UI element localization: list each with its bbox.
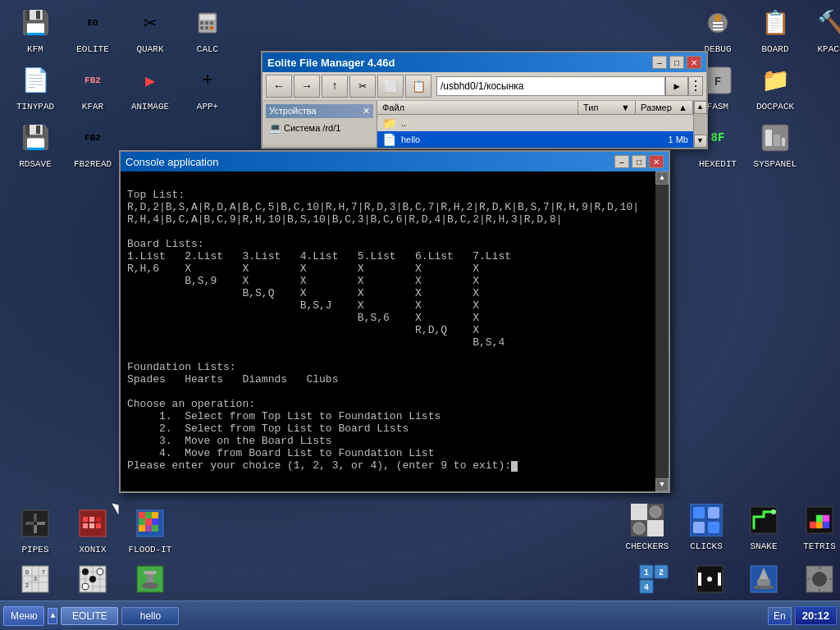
fm-scrollbar: ▲ ▼ [693,101,706,148]
svg-rect-30 [96,523,101,528]
pong-icon [690,559,729,599]
fm-col-size[interactable]: Размер ▲ [636,101,693,114]
taskbar-arrow-btn[interactable]: ▲ [48,608,57,624]
fm-scroll-up-btn[interactable]: ▲ [694,101,707,114]
console-foundation-label: Foundation Lists: [127,361,236,373]
icon-board-label: BOARD [761,44,788,54]
icon-checkers[interactable]: CHECKERS [619,500,676,551]
svg-point-82 [142,582,158,589]
fm-col-size-sort-icon: ▲ [678,103,687,112]
console-content[interactable]: Top List: R,D,2|B,S,A|R,D,A|B,C,5|B,C,10… [121,171,655,491]
console-scrollbar: ▲ ▼ [655,171,669,491]
fm-file-icon: 📄 [382,133,396,146]
console-operation-label: Choose an operation: [127,398,255,410]
console-minimize-btn[interactable]: – [614,155,629,168]
svg-text:F: F [714,75,721,89]
fm-col-type[interactable]: Тип ▼ [578,101,636,114]
fm-file-row-parent[interactable]: 📁 .. [377,115,693,131]
console-close-btn[interactable]: ✕ [649,155,664,168]
console-maximize-btn[interactable]: □ [632,155,646,168]
fm-file-name: .. [401,118,567,128]
fm-close-btn[interactable]: ✕ [687,56,701,69]
icon-animage[interactable]: ▶ ANIMAGE [121,61,179,112]
fm-col-file[interactable]: Файл [377,101,578,114]
console-cursor [511,461,518,472]
fm-paste-btn[interactable]: 📋 [405,75,431,98]
svg-rect-92 [718,573,721,586]
fm-cut-btn[interactable]: ✂ [349,75,376,98]
icon-kfar-label: KFAR [82,102,103,112]
taskbar-item-hello[interactable]: hello [121,607,179,625]
fm-back-btn[interactable]: ← [266,75,292,98]
svg-rect-39 [145,525,152,532]
icon-syspanel[interactable]: SYSPANEL [746,118,804,169]
svg-rect-3 [205,21,208,25]
console-scroll-track[interactable] [655,185,669,478]
icon-tetris[interactable]: TETRIS [791,500,840,551]
icon-quark-label: QUARK [136,44,163,54]
fm-scroll-track[interactable] [694,114,707,135]
taskbar-language[interactable]: En [768,607,792,625]
kfm-icon: 💾 [16,3,55,43]
icon-eolite[interactable]: EO EOLITE [64,3,121,54]
icon-kfar[interactable]: FB2 KFAR [64,61,121,112]
console-op4: 4. Move from Board List to Foundation Li… [127,447,434,459]
svg-rect-1 [200,15,215,20]
fm-path-menu-btn[interactable]: ⋮ [688,76,703,96]
fm-file-row-hello[interactable]: 📄 hello 1 Mb [377,131,693,148]
icon-calc[interactable]: CALC [179,3,236,54]
fm-file-folder-icon: 📁 [382,116,396,130]
icon-snake[interactable]: SNAKE [735,500,792,551]
svg-rect-5 [200,26,203,30]
file-manager-window: Eolite File Manager 4.46d – □ ✕ ← → ↑ ✂ … [261,51,708,149]
fm-path-input[interactable] [436,76,665,96]
console-board-row1: R,H,6 X X X X X X [127,262,479,275]
fm-sidebar-item[interactable]: 💻 Система /rd/1 [266,121,373,135]
svg-point-99 [812,572,827,587]
icon-tinypad[interactable]: 📄 TINYPAD [7,61,64,112]
icon-fb2read[interactable]: FB2 FB2READ [64,118,121,169]
console-prompt: Please enter your choice (1, 2, 3, or 4)… [127,459,518,472]
icon-snake-label: SNAKE [750,541,777,551]
fm-path-bar: ▶ ⋮ [436,76,703,96]
icon-quark[interactable]: ✂ QUARK [121,3,179,54]
fm-copy-btn[interactable]: ⬜ [377,75,404,98]
icon-appplus[interactable]: + APP+ [179,61,236,112]
svg-text:4: 4 [644,583,649,592]
icon-rosave[interactable]: 💾 RDSAVE [7,118,64,169]
icon-floodit-label: FLOOD-IT [129,545,172,555]
fm-scroll-down-btn[interactable]: ▼ [694,135,707,148]
taskbar-item-eolite[interactable]: EOLITE [61,607,118,625]
svg-rect-2 [200,21,203,25]
taskbar-start-button[interactable]: Меню [3,606,44,626]
icon-kfm[interactable]: 💾 KFM [7,3,64,54]
console-board-row7: B,S,4 [127,336,504,349]
fm-maximize-btn[interactable]: □ [669,56,684,69]
svg-rect-4 [210,21,213,25]
seawar-icon [744,559,783,599]
console-scroll-down-btn[interactable]: ▼ [655,478,669,491]
svg-rect-7 [210,26,213,30]
icon-docpack[interactable]: 📁 DOCPACK [746,61,804,112]
console-op2: 2. Select from Top List to Board Lists [127,422,409,435]
tetris-icon [800,500,839,540]
fm-file-list: 📁 .. 📄 hello 1 Mb [377,115,693,148]
icon-debug[interactable]: DEBUG [689,3,746,54]
icon-floodit[interactable]: FLOOD-IT [121,504,179,555]
svg-text:1: 1 [644,568,649,578]
fm-minimize-btn[interactable]: – [652,56,667,69]
fm-up-btn[interactable]: ↑ [322,75,348,98]
mine-icon [800,559,839,599]
icon-xonix[interactable]: XONIX [64,504,121,555]
console-scroll-up-btn[interactable]: ▲ [655,171,669,185]
icon-pipes[interactable]: PIPES [7,504,64,555]
console-titlebar: Console application – □ ✕ [121,152,669,171]
fm-path-go-btn[interactable]: ▶ [665,76,688,96]
console-board-row6: R,D,Q X [127,324,479,336]
icon-kpack[interactable]: 🔨 KPACK [802,3,840,54]
clicks-icon [687,500,726,540]
icon-board[interactable]: 📋 BOARD [746,3,804,54]
icon-clicks[interactable]: CLICKS [678,500,735,551]
console-line3: R,H,4|B,C,A|B,C,9|R,H,10|B,S,10|B,C,3|B,… [127,213,563,226]
fm-forward-btn[interactable]: → [294,75,320,98]
